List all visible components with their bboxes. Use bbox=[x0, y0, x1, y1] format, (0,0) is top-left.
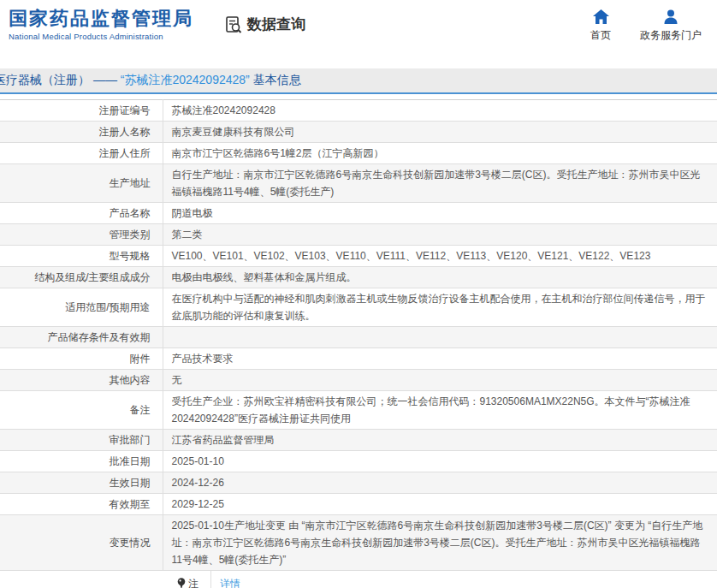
page-title: 医疗器械（注册） —— “苏械注准20242092428” 基本信息 bbox=[0, 73, 301, 88]
row-label: 产品储存条件及有效期 bbox=[0, 327, 163, 348]
row-label: 适用范围/预期用途 bbox=[0, 288, 163, 327]
row-value: 江苏省药品监督管理局 bbox=[163, 430, 717, 451]
row-label: 生产地址 bbox=[0, 164, 163, 203]
note-value-cell: 详情 bbox=[211, 571, 717, 588]
home-link-label: 首页 bbox=[590, 28, 611, 43]
table-row: 生效日期2024-12-26 bbox=[0, 472, 717, 494]
row-value: 2029-12-25 bbox=[163, 494, 717, 515]
row-value: 2025-01-10 bbox=[163, 451, 717, 472]
row-label: 其他内容 bbox=[0, 370, 163, 391]
row-value: 在医疗机构中与适配的神经和肌肉刺激器主机或生物反馈治疗设备主机配合使用，在主机和… bbox=[163, 288, 717, 327]
table-row: 注册人名称南京麦豆健康科技有限公司 bbox=[0, 122, 717, 143]
portal-link[interactable]: 政务服务门户 bbox=[640, 9, 702, 43]
row-value: 电极由电极线、塑料基体和金属片组成。 bbox=[163, 267, 717, 288]
page-title-registration-number: “苏械注准20242092428” bbox=[121, 73, 250, 86]
note-label: 注 bbox=[188, 577, 199, 588]
row-value: 2024-12-26 bbox=[163, 472, 717, 494]
table-row: 变更情况2025-01-10生产地址变更 由 “南京市江宁区乾德路6号南京生命科… bbox=[0, 515, 717, 571]
row-label: 审批部门 bbox=[0, 430, 163, 451]
row-value: 受托生产企业：苏州欧宝祥精密科技有限公司；统一社会信用代码：91320506MA… bbox=[163, 391, 717, 430]
nav-data-query[interactable]: 数据查询 bbox=[224, 15, 305, 34]
page-title-suffix: 基本信息 bbox=[250, 73, 301, 86]
table-row: 注册证编号苏械注准20242092428 bbox=[0, 100, 717, 122]
row-value: 苏械注准20242092428 bbox=[163, 100, 717, 122]
detail-link[interactable]: 详情 bbox=[220, 577, 240, 588]
row-label: 批准日期 bbox=[0, 451, 163, 472]
row-label: 型号规格 bbox=[0, 246, 163, 267]
row-value: 南京麦豆健康科技有限公司 bbox=[163, 122, 717, 143]
table-row: 备注受托生产企业：苏州欧宝祥精密科技有限公司；统一社会信用代码：91320506… bbox=[0, 391, 717, 430]
row-value: 南京市江宁区乾德路6号1幢2层（江宁高新园） bbox=[163, 143, 717, 164]
home-link[interactable]: 首页 bbox=[590, 9, 611, 43]
row-label: 注册证编号 bbox=[0, 100, 163, 122]
table-row: 有效期至2029-12-25 bbox=[0, 494, 717, 515]
row-value: 阴道电极 bbox=[163, 203, 717, 224]
page-title-prefix: 医疗器械（注册） —— bbox=[0, 73, 121, 86]
row-value bbox=[163, 327, 717, 348]
table-row: 其他内容无 bbox=[0, 370, 717, 391]
table-row: 型号规格VE100、VE101、VE102、VE103、VE110、VE111、… bbox=[0, 246, 717, 267]
registration-info-table: 注册证编号苏械注准20242092428注册人名称南京麦豆健康科技有限公司注册人… bbox=[0, 99, 717, 571]
pin-icon bbox=[177, 578, 186, 588]
note-label-cell: 注 bbox=[0, 571, 211, 588]
row-value: 第二类 bbox=[163, 224, 717, 246]
row-label: 管理类别 bbox=[0, 224, 163, 246]
row-label: 附件 bbox=[0, 348, 163, 370]
row-label: 注册人名称 bbox=[0, 122, 163, 143]
nmpa-logo: 国家药品监督管理局 National Medical Products Admi… bbox=[9, 8, 193, 41]
info-table-body: 注册证编号苏械注准20242092428注册人名称南京麦豆健康科技有限公司注册人… bbox=[0, 100, 717, 571]
table-row: 附件产品技术要求 bbox=[0, 348, 717, 370]
row-value: 产品技术要求 bbox=[163, 348, 717, 370]
row-label: 注册人住所 bbox=[0, 143, 163, 164]
portal-link-label: 政务服务门户 bbox=[640, 28, 702, 43]
note-row: 注 详情 bbox=[0, 571, 717, 588]
section-title-bar: 医疗器械（注册） —— “苏械注准20242092428” 基本信息 bbox=[0, 68, 717, 94]
row-label: 生效日期 bbox=[0, 472, 163, 494]
row-label: 变更情况 bbox=[0, 515, 163, 571]
table-row: 产品名称阴道电极 bbox=[0, 203, 717, 224]
table-row: 管理类别第二类 bbox=[0, 224, 717, 246]
top-links: 首页 政务服务门户 bbox=[590, 9, 702, 43]
logo-title: 国家药品监督管理局 bbox=[9, 8, 193, 30]
row-value: VE100、VE101、VE102、VE103、VE110、VE111、VE11… bbox=[163, 246, 717, 267]
logo-subtitle: National Medical Products Administration bbox=[9, 32, 193, 41]
table-row: 注册人住所南京市江宁区乾德路6号1幢2层（江宁高新园） bbox=[0, 143, 717, 164]
document-search-icon bbox=[224, 15, 243, 34]
table-row: 结构及组成/主要组成成分电极由电极线、塑料基体和金属片组成。 bbox=[0, 267, 717, 288]
table-row: 批准日期2025-01-10 bbox=[0, 451, 717, 472]
table-row: 产品储存条件及有效期 bbox=[0, 327, 717, 348]
nav-query-label: 数据查询 bbox=[247, 15, 305, 34]
row-label: 结构及组成/主要组成成分 bbox=[0, 267, 163, 288]
row-label: 产品名称 bbox=[0, 203, 163, 224]
home-icon bbox=[593, 9, 609, 24]
row-value: 自行生产地址：南京市江宁区乾德路6号南京生命科技创新园加速带3号楼二层(C区)。… bbox=[163, 164, 717, 203]
page-header: 国家药品监督管理局 National Medical Products Admi… bbox=[0, 0, 717, 53]
row-label: 有效期至 bbox=[0, 494, 163, 515]
person-icon bbox=[663, 9, 678, 24]
table-row: 生产地址自行生产地址：南京市江宁区乾德路6号南京生命科技创新园加速带3号楼二层(… bbox=[0, 164, 717, 203]
row-value: 2025-01-10生产地址变更 由 “南京市江宁区乾德路6号南京生命科技创新园… bbox=[163, 515, 717, 571]
row-value: 无 bbox=[163, 370, 717, 391]
table-row: 适用范围/预期用途在医疗机构中与适配的神经和肌肉刺激器主机或生物反馈治疗设备主机… bbox=[0, 288, 717, 327]
table-row: 审批部门江苏省药品监督管理局 bbox=[0, 430, 717, 451]
row-label: 备注 bbox=[0, 391, 163, 430]
